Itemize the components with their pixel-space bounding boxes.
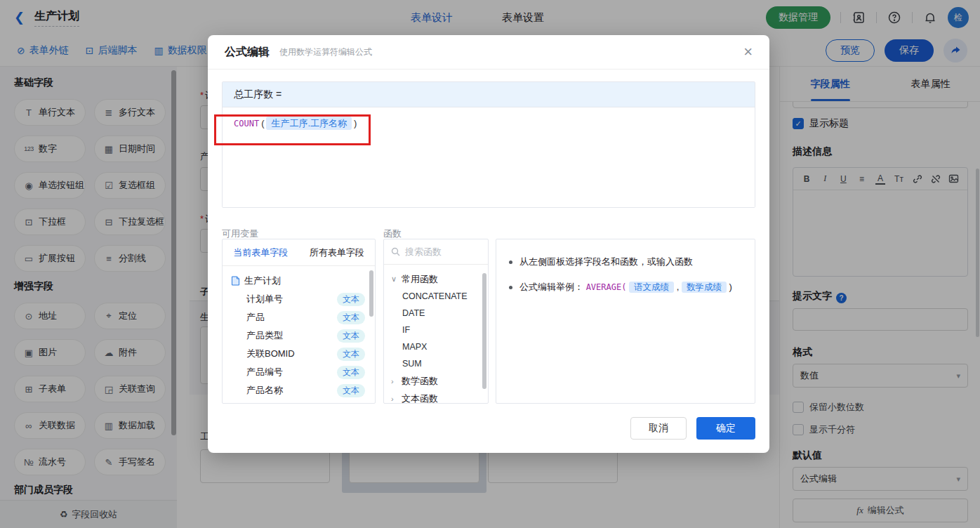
- variables-tabs: 当前表单字段 所有表单字段: [223, 239, 375, 266]
- functions-panel: 搜索函数 ∨ 常用函数 CONCATENATEDATEIFMAPXSUM › 数…: [383, 239, 489, 404]
- close-icon[interactable]: ×: [743, 44, 753, 60]
- chevron-collapsed-icon: ›: [391, 377, 398, 385]
- variables-scrollbar[interactable]: [369, 270, 373, 317]
- variable-field-row[interactable]: 产品名称 文本: [231, 381, 375, 400]
- field-type-badge: 文本: [337, 384, 365, 397]
- cancel-button[interactable]: 取消: [630, 417, 687, 440]
- example-function-token: AVERAGE(: [586, 282, 627, 292]
- modal-header: 公式编辑 使用数学运算符编辑公式 ×: [208, 35, 769, 70]
- formula-target: 总工序数 =: [223, 82, 755, 107]
- variable-field-row[interactable]: 产品编号 文本: [231, 363, 375, 381]
- formula-help-panel: 从左侧面板选择字段名和函数，或输入函数 公式编辑举例： AVERAGE( 语文成…: [496, 239, 755, 404]
- modal-footer: 取消 确定: [630, 417, 755, 440]
- formula-editor: 总工序数 = COUNT(生产工序.工序名称): [222, 81, 755, 208]
- field-type-badge: 文本: [337, 366, 365, 379]
- bullet-icon: [509, 260, 512, 264]
- confirm-button[interactable]: 确定: [696, 417, 755, 440]
- function-group-math[interactable]: › 数学函数: [384, 372, 488, 390]
- function-group-common[interactable]: ∨ 常用函数: [384, 270, 488, 288]
- field-type-badge: 文本: [337, 293, 365, 306]
- function-item[interactable]: IF: [384, 322, 488, 338]
- tab-all-form-fields[interactable]: 所有表单字段: [299, 246, 376, 259]
- function-item[interactable]: SUM: [384, 355, 488, 372]
- variable-field-row[interactable]: 计划单号 文本: [231, 290, 375, 308]
- variables-field-list: 计划单号 文本 产品 文本 产品类型 文本: [231, 290, 375, 400]
- variable-field-row[interactable]: 关联BOMID 文本: [231, 345, 375, 363]
- variable-field-row[interactable]: 产品类型 文本: [231, 326, 375, 345]
- function-item[interactable]: CONCATENATE: [384, 288, 488, 305]
- tab-current-form-fields[interactable]: 当前表单字段: [223, 246, 299, 259]
- modal-title: 公式编辑: [225, 45, 270, 60]
- chevron-expanded-icon: ∨: [391, 275, 398, 284]
- formula-field-chip[interactable]: 生产工序.工序名称: [266, 117, 352, 130]
- help-line-1: 从左侧面板选择字段名和函数，或输入函数: [509, 253, 742, 270]
- search-icon: [391, 247, 400, 256]
- example-field-chip: 语文成绩: [629, 282, 674, 293]
- function-item[interactable]: MAPX: [384, 338, 488, 355]
- field-type-badge: 文本: [337, 311, 365, 324]
- variables-panel: 当前表单字段 所有表单字段 生产计划 计划单号 文本: [222, 239, 376, 404]
- help-line-2: 公式编辑举例： AVERAGE( 语文成绩 , 数学成绩 ): [509, 279, 742, 296]
- app-screen: ❮ 生产计划 表单设计 表单设置 数据管理 检: [0, 0, 980, 528]
- chevron-collapsed-icon: ›: [391, 395, 398, 403]
- example-field-chip: 数学成绩: [682, 282, 727, 293]
- function-search[interactable]: 搜索函数: [384, 239, 488, 265]
- variables-form-root[interactable]: 生产计划: [231, 272, 375, 290]
- bullet-icon: [509, 286, 512, 289]
- field-type-badge: 文本: [337, 348, 365, 361]
- modal-subtitle: 使用数学运算符编辑公式: [279, 46, 372, 58]
- formula-function-token[interactable]: COUNT: [234, 119, 259, 128]
- function-group-text[interactable]: › 文本函数: [384, 390, 488, 404]
- formula-edit-modal: 公式编辑 使用数学运算符编辑公式 × 总工序数 = COUNT(生产工序.工序名…: [208, 35, 769, 453]
- field-type-badge: 文本: [337, 329, 365, 343]
- form-file-icon: [231, 276, 240, 286]
- function-items: CONCATENATEDATEIFMAPXSUM: [384, 288, 488, 372]
- formula-input-area[interactable]: COUNT(生产工序.工序名称): [223, 107, 755, 207]
- variable-field-row[interactable]: 产品 文本: [231, 308, 375, 326]
- functions-scrollbar[interactable]: [482, 273, 486, 389]
- search-placeholder: 搜索函数: [405, 246, 442, 258]
- function-item[interactable]: DATE: [384, 305, 488, 322]
